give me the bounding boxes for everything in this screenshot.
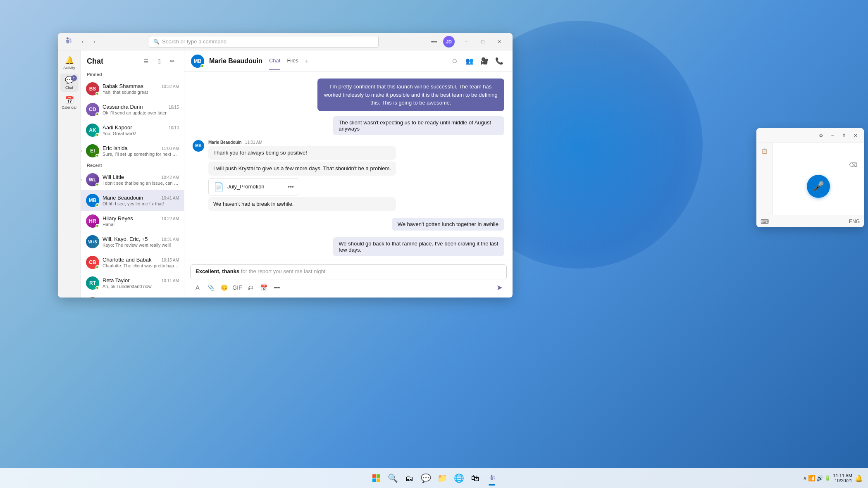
people-button[interactable]: 👥 (463, 55, 476, 68)
chat-preview-reta: Ah, ok I understand now. (103, 284, 179, 289)
chat-item-charlotte[interactable]: CB Charlotte and Babak 10:15 AM Charlott… (81, 252, 184, 273)
format-button[interactable]: A (192, 282, 203, 293)
chat-item-eric[interactable]: EI Eric Ishida 11:00 AM Sure, I'll set u… (81, 140, 184, 161)
voice-lang: ENG (849, 219, 860, 224)
calendar-label: Calendar (62, 105, 77, 110)
chat-item-reta[interactable]: RT Reta Taylor 10:11 AM Ah, ok I underst… (81, 273, 184, 293)
taskbar-start-button[interactable] (369, 471, 384, 486)
taskbar-taskview-button[interactable]: 🗂 (402, 471, 417, 486)
voice-close-button[interactable]: ✕ (851, 131, 861, 140)
search-bar[interactable]: 🔍 Search or type a command (149, 36, 379, 48)
chat-item-hilary[interactable]: HR Hilary Reyes 10:22 AM Haha! (81, 211, 184, 231)
status-aadi (95, 133, 99, 137)
battery-icon[interactable]: 🔋 (825, 475, 831, 481)
message-lunch: We haven't gotten lunch together in awhi… (392, 218, 504, 231)
status-charlotte (95, 265, 99, 269)
taskbar-chat-button[interactable]: 💬 (418, 471, 433, 486)
status-babak (95, 92, 99, 95)
voice-clip-button[interactable]: 📋 (760, 146, 770, 156)
avatar-joshua: JV (86, 297, 99, 298)
copy-button[interactable]: ▯ (153, 55, 165, 67)
unread-will (81, 179, 81, 181)
compose-input[interactable]: Excellent, thanks for the report you sen… (190, 264, 507, 279)
call-button[interactable]: 📞 (493, 55, 506, 68)
microphone-button[interactable]: 🎤 (807, 175, 830, 198)
sidebar-nav: 🔔 Activity 2 💬 Chat 📅 Calendar (58, 50, 81, 298)
voice-backspace-button[interactable]: ⌫ (849, 162, 857, 168)
msg-meta-marie-1: Marie Beaudouin 11:01 AM (208, 140, 396, 145)
taskbar-center: 🔍 🗂 💬 📁 🌐 🛍 (369, 471, 499, 486)
chat-time-cassandra: 10/15 (169, 105, 179, 110)
gif-button[interactable]: GIF (231, 282, 243, 293)
sticker-button[interactable]: 🏷 (245, 282, 256, 293)
chat-item-aadi[interactable]: AK Aadi Kapoor 10/10 You: Great work! (81, 120, 184, 140)
chat-preview-babak: Yah, that sounds great (103, 90, 179, 95)
chat-contact-name: Marie Beaudouin (209, 57, 262, 65)
new-chat-button[interactable]: ✏ (167, 55, 178, 67)
taskbar-search-button[interactable]: 🔍 (385, 471, 400, 486)
chat-header: MB Marie Beaudouin Chat Files + ☺ 👥 🎥 📞 (184, 50, 513, 72)
send-button[interactable]: ➤ (494, 282, 505, 293)
chat-item-cassandra[interactable]: CD Cassandra Dunn 10/15 Ok I'll send an … (81, 99, 184, 120)
more-options-button[interactable]: ••• (428, 36, 440, 48)
chat-time-aadi: 10/10 (169, 126, 179, 130)
svg-rect-0 (372, 474, 376, 478)
video-call-button[interactable]: 🎥 (478, 55, 491, 68)
chat-time-marie: 10:41 AM (162, 196, 179, 200)
tab-files[interactable]: Files (287, 57, 298, 70)
notification-button[interactable]: 🔔 (855, 474, 863, 482)
voice-minimize-button[interactable]: − (827, 131, 837, 140)
chat-name-will: Will Little (103, 174, 124, 180)
attach-button[interactable]: 📎 (205, 282, 217, 293)
voice-popup: ⚙ − ⇧ ✕ 📋 ⌫ 🎤 ⌨ ENG (756, 128, 864, 227)
chat-list: Pinned BS Babak Shammas 10:32 AM Yah, th… (81, 70, 184, 298)
compose-area: Excellent, thanks for the report you sen… (184, 260, 513, 298)
window-body: 🔔 Activity 2 💬 Chat 📅 Calendar Chat ☰ ▯ … (58, 50, 513, 298)
chat-item-marie[interactable]: MB Marie Beaudouin 10:41 AM Ohhh I see, … (81, 190, 184, 211)
voice-popup-header: ⚙ − ⇧ ✕ (756, 128, 864, 143)
filter-button[interactable]: ☰ (140, 55, 152, 67)
chat-name-reta: Reta Taylor (103, 277, 130, 283)
chat-item-babak[interactable]: BS Babak Shammas 10:32 AM Yah, that soun… (81, 79, 184, 99)
chat-preview-hilary: Haha! (103, 222, 179, 227)
chevron-up-icon[interactable]: ∧ (803, 475, 807, 481)
avatar-group: W+5 (86, 235, 99, 248)
chat-name-eric: Eric Ishida (103, 145, 128, 151)
tab-add-button[interactable]: + (305, 57, 309, 69)
tab-chat[interactable]: Chat (269, 57, 280, 70)
maximize-button[interactable]: □ (475, 36, 491, 48)
minimize-button[interactable]: − (458, 36, 475, 48)
more-compose-button[interactable]: ••• (271, 282, 283, 293)
user-avatar[interactable]: JD (443, 36, 455, 48)
sidebar-item-calendar[interactable]: 📅 Calendar (60, 93, 79, 112)
chat-item-group[interactable]: W+5 Will, Kayo, Eric, +5 10:31 AM Kayo: … (81, 231, 184, 252)
taskbar-clock[interactable]: 11:11 AM 10/20/21 (833, 473, 852, 483)
network-icon[interactable]: 📶 (808, 475, 815, 481)
schedule-button[interactable]: 📅 (258, 282, 269, 293)
search-placeholder: Search or type a command (162, 38, 227, 45)
voice-settings-button[interactable]: ⚙ (816, 131, 826, 140)
voice-upload-button[interactable]: ⇧ (839, 131, 849, 140)
taskbar-explorer-button[interactable]: 📁 (435, 471, 450, 486)
chat-item-will[interactable]: WL Will Little 10:42 AM I don't see that… (81, 169, 184, 190)
nav-forward-button[interactable]: › (89, 37, 99, 47)
search-icon: 🔍 (153, 39, 160, 45)
close-button[interactable]: ✕ (491, 36, 508, 48)
emoji-compose-button[interactable]: 😊 (218, 282, 230, 293)
taskbar-edge-button[interactable]: 🌐 (451, 471, 466, 486)
sidebar-item-chat[interactable]: 2 💬 Chat (60, 74, 79, 92)
taskbar-teams-button[interactable] (484, 471, 499, 486)
unread-eric (81, 150, 81, 152)
calendar-icon: 📅 (65, 95, 74, 105)
chat-item-joshua[interactable]: JV Joshua VanBuren 10:09 AM Thanks for r… (81, 293, 184, 298)
title-bar: ‹ › 🔍 Search or type a command ••• JD − … (58, 33, 513, 50)
chat-badge: 2 (71, 75, 77, 81)
chat-time-eric: 11:00 AM (162, 146, 179, 151)
volume-icon[interactable]: 🔊 (816, 475, 823, 481)
attachment-july[interactable]: 📄 July_Promotion ••• (208, 178, 299, 195)
taskbar-store-button[interactable]: 🛍 (468, 471, 483, 486)
nav-back-button[interactable]: ‹ (78, 37, 88, 47)
emoji-button[interactable]: ☺ (448, 55, 461, 68)
attachment-more-icon[interactable]: ••• (288, 183, 294, 190)
sidebar-item-activity[interactable]: 🔔 Activity (60, 54, 79, 72)
